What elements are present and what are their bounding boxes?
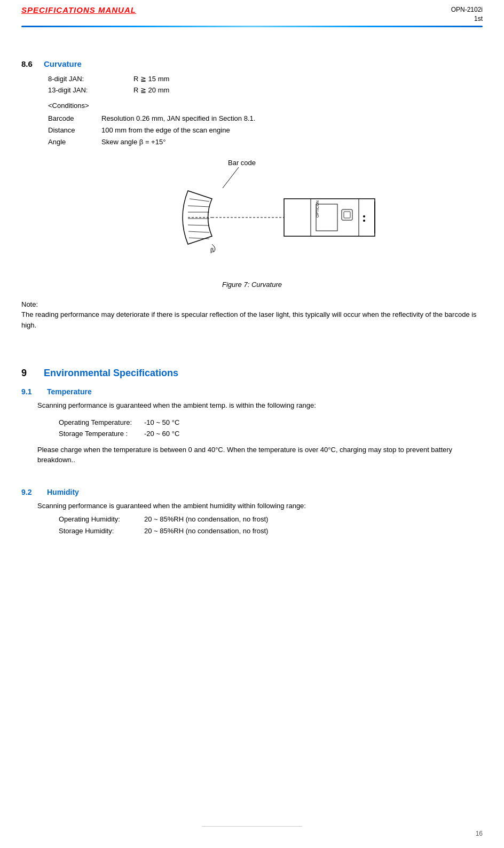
svg-text:OPTICON: OPTICON xyxy=(316,200,319,217)
section-8-6-heading: 8.6 Curvature xyxy=(21,59,483,68)
svg-point-18 xyxy=(363,215,365,217)
op-temp-value: -10 ~ 50 °C xyxy=(144,417,483,428)
section-9-2-title: Humidity xyxy=(47,488,79,496)
svg-line-0 xyxy=(223,167,239,188)
barcode-row: Barcode Resolution 0.26 mm, JAN specifie… xyxy=(48,113,483,125)
figure-diagram-area: Bar code xyxy=(119,159,385,276)
op-temp-label: Operating Temperature: xyxy=(59,417,144,428)
op-hum-row: Operating Humidity: 20 ~ 85%RH (no conde… xyxy=(59,514,483,525)
barcode-label: Barcode xyxy=(48,113,101,125)
conditions-header: <Conditions> xyxy=(48,100,483,112)
stor-temp-value: -20 ~ 60 °C xyxy=(144,429,483,439)
angle-value: Skew angle β = +15° xyxy=(101,136,483,148)
main-content: 8.6 Curvature 8-digit JAN: R ≧ 15 mm 13-… xyxy=(0,27,504,559)
stor-hum-label: Storage Humidity: xyxy=(59,526,144,536)
digit8-label: 8-digit JAN: xyxy=(48,74,133,84)
digit8-row: 8-digit JAN: R ≧ 15 mm xyxy=(48,74,483,84)
temperature-intro: Scanning performance is guaranteed when … xyxy=(37,400,483,411)
model-number: OPN-2102i xyxy=(451,6,483,13)
edition: 1st xyxy=(474,15,483,22)
page-number: 16 xyxy=(476,830,483,837)
stor-temp-label: Storage Temperature : xyxy=(59,429,144,439)
model-info: OPN-2102i 1st xyxy=(451,5,483,24)
stor-hum-value: 20 ~ 85%RH (no condensation, no frost) xyxy=(144,526,483,536)
stor-temp-row: Storage Temperature : -20 ~ 60 °C xyxy=(59,429,483,439)
humidity-intro: Scanning performance is guaranteed when … xyxy=(37,501,483,511)
note-block: Note: The reading performance may deteri… xyxy=(21,299,483,331)
barcode-value: Resolution 0.26 mm, JAN specified in Sec… xyxy=(101,113,483,125)
stor-hum-row: Storage Humidity: 20 ~ 85%RH (no condens… xyxy=(59,526,483,536)
digit13-value: R ≧ 20 mm xyxy=(133,85,483,96)
curvature-svg: OPTICON β xyxy=(119,159,385,276)
distance-row: Distance 100 mm from the edge of the sca… xyxy=(48,125,483,136)
section-9-number: 9 xyxy=(21,368,37,379)
note-text: The reading performance may deteriorate … xyxy=(21,309,483,330)
note-label: Note: xyxy=(21,299,483,310)
footer-divider xyxy=(202,826,303,827)
figure-7-container: Bar code xyxy=(21,159,483,289)
page-header: SPECIFICATIONS MANUAL OPN-2102i 1st xyxy=(0,0,504,24)
svg-line-6 xyxy=(188,231,209,232)
section-9-title: Environmental Specifications xyxy=(44,368,178,379)
digit13-row: 13-digit JAN: R ≧ 20 mm xyxy=(48,85,483,96)
angle-label: Angle xyxy=(48,136,101,148)
conditions-block: <Conditions> Barcode Resolution 0.26 mm,… xyxy=(48,100,483,148)
svg-text:β: β xyxy=(210,247,214,253)
svg-point-19 xyxy=(363,220,365,222)
svg-line-1 xyxy=(190,199,209,201)
temperature-note: Please charge when the temperature is be… xyxy=(37,445,483,465)
section-9-2-number: 9.2 xyxy=(21,488,41,496)
distance-label: Distance xyxy=(48,125,101,136)
op-hum-value: 20 ~ 85%RH (no condensation, no frost) xyxy=(144,514,483,525)
section-9-1-title: Temperature xyxy=(47,387,92,396)
op-temp-row: Operating Temperature: -10 ~ 50 °C xyxy=(59,417,483,428)
digit13-label: 13-digit JAN: xyxy=(48,85,133,96)
angle-row: Angle Skew angle β = +15° xyxy=(48,136,483,148)
digit8-value: R ≧ 15 mm xyxy=(133,74,483,84)
section-9-1-number: 9.1 xyxy=(21,387,41,396)
figure-7-caption: Figure 7: Curvature xyxy=(222,281,282,289)
section-8-6-title: Curvature xyxy=(44,59,82,68)
section-9-heading: 9 Environmental Specifications xyxy=(21,368,483,379)
section-9-1-heading: 9.1 Temperature xyxy=(21,387,483,396)
section-8-6-number: 8.6 xyxy=(21,59,37,68)
manual-title: SPECIFICATIONS MANUAL xyxy=(21,5,136,14)
svg-line-2 xyxy=(188,206,209,207)
section-9-2-heading: 9.2 Humidity xyxy=(21,488,483,496)
distance-value: 100 mm from the edge of the scan engine xyxy=(101,125,483,136)
op-hum-label: Operating Humidity: xyxy=(59,514,144,525)
svg-line-5 xyxy=(188,225,209,225)
